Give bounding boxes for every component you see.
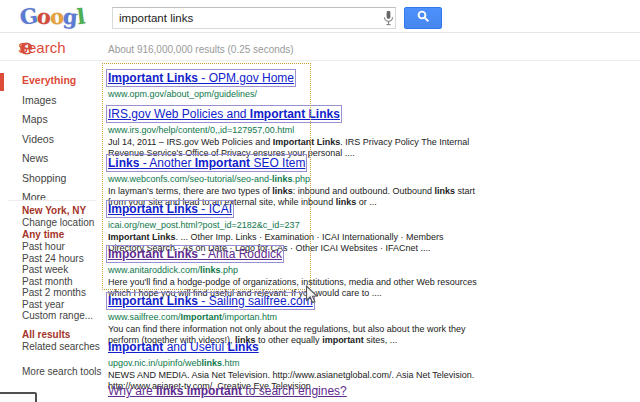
top-header-bar: Google	[0, 0, 640, 33]
result-url: www.sailfree.com/Important/importan.htm	[108, 311, 480, 323]
result-url: www.webconfs.com/seo-tutorial/seo-and-li…	[108, 173, 480, 185]
sidebar-divider	[8, 200, 96, 201]
search-mode-label: Search	[18, 39, 66, 56]
google-search-page: Google Search About 916,000,000 results …	[0, 0, 640, 402]
google-doodle-logo[interactable]: Google	[20, 2, 90, 32]
microphone-icon[interactable]	[383, 10, 394, 26]
time-filter-past-2-months[interactable]: Past 2 months	[22, 287, 93, 299]
sidebar-nav: EverythingImagesMapsVideosNewsShoppingMo…	[22, 71, 76, 208]
sidebar-item-everything[interactable]: Everything	[22, 71, 76, 91]
all-results-label[interactable]: All results	[22, 329, 100, 341]
time-filter-label[interactable]: Any time	[22, 229, 93, 241]
sidebar-item-news[interactable]: News	[22, 149, 76, 169]
search-result: Important Links - Anita Roddickwww.anita…	[108, 244, 480, 298]
results-filter-group: All results Related searches	[22, 329, 100, 353]
search-button[interactable]	[404, 7, 442, 29]
more-search-tools-link[interactable]: More search tools	[22, 366, 101, 378]
sidebar-item-videos[interactable]: Videos	[22, 130, 76, 150]
header-divider	[0, 60, 640, 61]
search-result: Why are links important to search engine…	[108, 381, 480, 402]
time-filter-past-24-hours[interactable]: Past 24 hours	[22, 253, 93, 265]
result-title-link[interactable]: Links - Another Important SEO Item	[108, 156, 305, 170]
search-result: Important Links - OPM.gov Homewww.opm.go…	[108, 68, 480, 100]
sidebar-item-shopping[interactable]: Shopping	[22, 169, 76, 189]
result-title-link[interactable]: Important and Useful Links	[108, 340, 259, 354]
result-title-link[interactable]: Important Links - ICAI	[108, 202, 232, 216]
result-url: icai.org/new_post.html?post_id=2182&c_id…	[108, 219, 480, 231]
search-icon	[417, 9, 430, 27]
logo-letter: l	[75, 2, 86, 33]
sidebar-item-images[interactable]: Images	[22, 91, 76, 111]
result-url: www.anitaroddick.com/links.php	[108, 264, 480, 276]
time-filter-custom-range[interactable]: Custom range...	[22, 310, 93, 322]
results-filter-related-searches[interactable]: Related searches	[22, 341, 100, 353]
result-title-link[interactable]: Important Links - Sailing sailfree.com	[108, 294, 313, 308]
result-url: www.opm.gov/about_opm/guidelines/	[108, 88, 480, 100]
time-filter-past-hour[interactable]: Past hour	[22, 241, 93, 253]
sidebar-item-maps[interactable]: Maps	[22, 110, 76, 130]
search-input[interactable]	[112, 7, 396, 29]
time-filter-past-month[interactable]: Past month	[22, 276, 93, 288]
browser-status-bubble	[0, 392, 37, 402]
result-title-link[interactable]: Why are links important to search engine…	[108, 384, 347, 398]
results-stats: About 916,000,000 results (0.25 seconds)	[108, 44, 294, 55]
result-title-link[interactable]: Important Links - Anita Roddick	[108, 247, 282, 261]
time-filter-past-week[interactable]: Past week	[22, 264, 93, 276]
results-filter-list: Related searches	[22, 341, 100, 353]
location-group: New York, NY Change location	[22, 205, 94, 229]
result-url: upgov.nic.in/upinfo/weblinks.htm	[108, 357, 480, 369]
change-location-link[interactable]: Change location	[22, 217, 94, 229]
time-filter-past-year[interactable]: Past year	[22, 299, 93, 311]
location-label: New York, NY	[22, 205, 94, 217]
selected-nav-indicator	[0, 73, 4, 91]
result-title-link[interactable]: IRS.gov Web Policies and Important Links	[108, 107, 340, 121]
result-url: www.irs.gov/help/content/0,,id=127957,00…	[108, 124, 480, 136]
search-result: IRS.gov Web Policies and Important Links…	[108, 104, 480, 158]
time-filter-list: Past hourPast 24 hoursPast weekPast mont…	[22, 241, 93, 322]
time-filter-group: Any time Past hourPast 24 hoursPast week…	[22, 229, 93, 322]
result-title-link[interactable]: Important Links - OPM.gov Home	[108, 71, 294, 85]
